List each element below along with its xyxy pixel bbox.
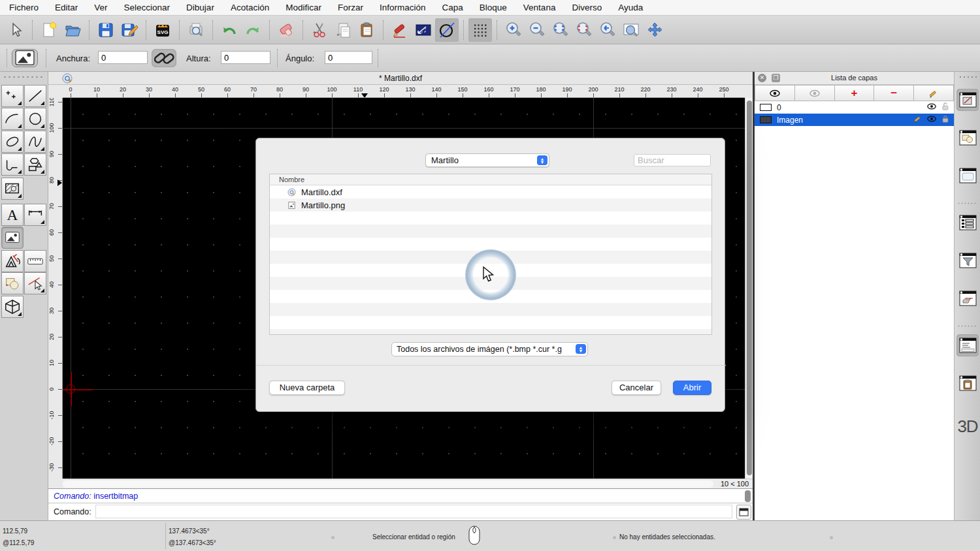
folder-dropdown[interactable]: Martillo ▲▼: [425, 153, 549, 167]
cancel-button[interactable]: Cancelar: [612, 381, 661, 395]
points-tool-button[interactable]: [1, 85, 24, 107]
menu-ver[interactable]: Ver: [94, 3, 107, 12]
zoom-out-icon[interactable]: [525, 18, 549, 42]
line-tool-button[interactable]: [24, 85, 46, 107]
ellipse-tool-button[interactable]: [1, 131, 24, 153]
zoom-in-icon[interactable]: [502, 18, 525, 42]
lock-open-icon[interactable]: [941, 102, 950, 113]
dock-clipboard-icon[interactable]: [956, 372, 979, 394]
menu-diverso[interactable]: Diverso: [572, 3, 602, 12]
svg-export-icon[interactable]: SVG: [151, 18, 174, 42]
paste-icon[interactable]: [355, 18, 378, 42]
file-row[interactable]: Martillo.dxf: [270, 185, 711, 198]
width-input[interactable]: [98, 51, 148, 64]
hide-all-layers-icon[interactable]: [795, 85, 835, 101]
modify-tool-button[interactable]: [1, 250, 24, 272]
redo-icon[interactable]: [241, 18, 265, 42]
spline-tool-button[interactable]: [24, 131, 46, 153]
menu-modificar[interactable]: Modificar: [286, 3, 321, 12]
menu-dibujar[interactable]: Dibujar: [186, 3, 214, 12]
menu-forzar[interactable]: Forzar: [338, 3, 363, 12]
text-tool-button[interactable]: A: [1, 204, 24, 226]
new-folder-button[interactable]: Nueva carpeta: [269, 381, 345, 395]
command-input[interactable]: [95, 505, 732, 518]
print-preview-icon[interactable]: [184, 18, 208, 42]
zoom-previous-icon[interactable]: [572, 18, 596, 42]
snap-free-icon[interactable]: [435, 18, 459, 42]
block-tool-button[interactable]: [1, 272, 24, 294]
menu-ventana[interactable]: Ventana: [523, 3, 556, 12]
eye-icon[interactable]: [927, 114, 936, 125]
select-entity-tool-button[interactable]: [24, 272, 46, 294]
search-input[interactable]: [634, 154, 711, 166]
arc-tool-button[interactable]: [1, 108, 24, 130]
filetype-dropdown[interactable]: Todos los archivos de imágen (*.bmp *.cu…: [391, 342, 588, 356]
attributes-icon[interactable]: [412, 18, 435, 42]
command-history-scrollbar[interactable]: [745, 490, 751, 502]
angle-input[interactable]: [325, 51, 372, 64]
menu-acotacion[interactable]: Acotación: [231, 3, 269, 12]
zoom-back-icon[interactable]: [596, 18, 619, 42]
pen-icon[interactable]: [388, 18, 412, 42]
palette-drag-handle[interactable]: [3, 76, 44, 78]
zoom-auto-icon[interactable]: [549, 18, 572, 42]
image-tool-button[interactable]: [1, 227, 24, 249]
dock-entity-list-icon[interactable]: [956, 212, 979, 234]
menu-seleccionar[interactable]: Seleccionar: [124, 3, 171, 12]
dock-library-icon[interactable]: [956, 165, 979, 187]
copy-icon[interactable]: +: [331, 18, 355, 42]
height-input[interactable]: [221, 51, 270, 64]
zoom-window-icon[interactable]: [619, 18, 643, 42]
open-button[interactable]: Abrir: [673, 381, 711, 395]
eye-icon[interactable]: [927, 102, 936, 113]
undo-icon[interactable]: [218, 18, 241, 42]
hatch-tool-button[interactable]: [1, 178, 24, 200]
menu-fichero[interactable]: Fichero: [9, 3, 39, 12]
polyline-tool-button[interactable]: [1, 153, 24, 176]
measure-tool-button[interactable]: [24, 250, 46, 272]
link-dimensions-button[interactable]: [152, 49, 176, 67]
menu-bloque[interactable]: Bloque: [480, 3, 507, 12]
file-list-header[interactable]: Nombre: [270, 174, 711, 185]
canvas-vertical-scrollbar[interactable]: [745, 98, 753, 479]
shapes-tool-button[interactable]: [24, 153, 46, 176]
new-file-icon[interactable]: [37, 18, 61, 42]
zoom-pan-icon[interactable]: [643, 18, 666, 42]
dock-filter-icon[interactable]: [956, 249, 979, 272]
dock-blocks-icon[interactable]: [956, 127, 979, 149]
edit-layer-icon[interactable]: [914, 85, 954, 101]
dock-insert-icon[interactable]: [956, 287, 979, 309]
open-file-icon[interactable]: [61, 18, 84, 42]
menu-capa[interactable]: Capa: [442, 3, 463, 12]
eraser-icon[interactable]: [274, 18, 298, 42]
dimension-tool-button[interactable]: [24, 204, 46, 226]
command-options-button[interactable]: [736, 505, 751, 520]
canvas-horizontal-scrollbar[interactable]: 10 < 100: [63, 479, 753, 488]
dock-layers-icon[interactable]: [956, 89, 979, 111]
document-titlebar[interactable]: * Martillo.dxf: [48, 72, 753, 85]
file-row[interactable]: Martillo.png: [270, 198, 711, 212]
layer-row-imagen[interactable]: Imagen: [755, 114, 954, 126]
remove-layer-icon[interactable]: −: [874, 85, 914, 101]
layer-dock-titlebar[interactable]: ✕ ❐ Lista de capas: [755, 72, 954, 85]
save-as-icon[interactable]: [118, 18, 141, 42]
circle-tool-button[interactable]: [24, 108, 46, 130]
lock-icon[interactable]: [941, 114, 950, 125]
strip-drag-handle[interactable]: [958, 76, 977, 78]
select-cursor-icon[interactable]: [4, 18, 27, 42]
add-layer-icon[interactable]: +: [835, 85, 875, 101]
dock-command-history-icon[interactable]: [956, 334, 979, 356]
layer-row-0[interactable]: 0: [755, 101, 954, 114]
menu-ayuda[interactable]: Ayuda: [618, 3, 643, 12]
save-icon[interactable]: [94, 18, 118, 42]
edit-pencil-icon[interactable]: [913, 114, 923, 125]
image-tool-button[interactable]: [12, 49, 38, 67]
grid-icon[interactable]: [468, 18, 492, 42]
menu-editar[interactable]: Editar: [55, 3, 78, 12]
solid-tool-button[interactable]: [1, 296, 24, 318]
command-history-value: insertbitmap: [93, 492, 138, 501]
show-all-layers-icon[interactable]: [755, 85, 795, 101]
menu-informacion[interactable]: Información: [380, 3, 426, 12]
hruler-label: 110: [348, 86, 368, 93]
cut-icon[interactable]: +: [308, 18, 331, 42]
